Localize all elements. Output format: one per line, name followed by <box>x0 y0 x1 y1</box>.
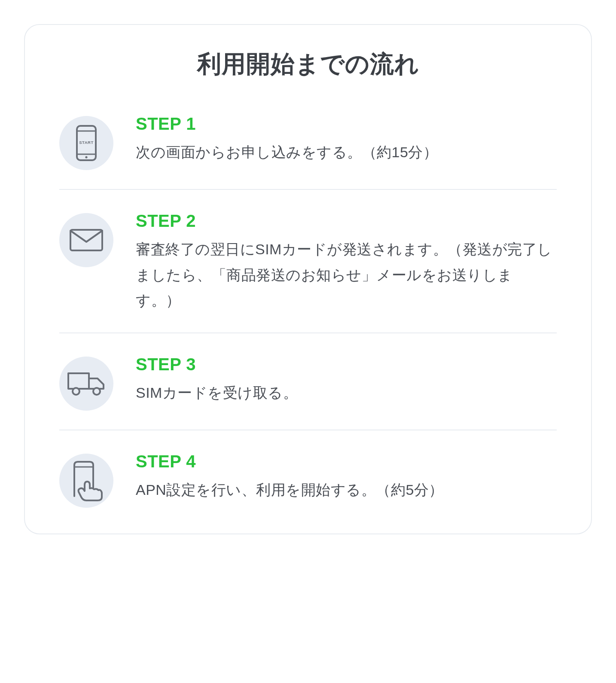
step-row: STEP 4 APN設定を行い、利用を開始する。（約5分） <box>59 430 557 508</box>
step-row: START STEP 1 次の画面からお申し込みをする。（約15分） <box>59 113 557 189</box>
step-desc: SIMカードを受け取る。 <box>136 380 557 406</box>
svg-point-8 <box>93 388 100 395</box>
step-row: STEP 2 審査終了の翌日にSIMカードが発送されます。（発送が完了しましたら… <box>59 189 557 332</box>
step-row: STEP 3 SIMカードを受け取る。 <box>59 332 557 430</box>
svg-text:START: START <box>79 140 93 145</box>
step-heading: STEP 2 <box>136 211 557 231</box>
step-heading: STEP 1 <box>136 114 557 134</box>
svg-point-3 <box>85 156 87 158</box>
step-content: STEP 4 APN設定を行い、利用を開始する。（約5分） <box>136 451 557 503</box>
step-desc: 次の画面からお申し込みをする。（約15分） <box>136 140 557 165</box>
envelope-icon <box>59 213 113 267</box>
step-content: STEP 3 SIMカードを受け取る。 <box>136 354 557 406</box>
step-desc: APN設定を行い、利用を開始する。（約5分） <box>136 477 557 503</box>
step-desc: 審査終了の翌日にSIMカードが発送されます。（発送が完了しましたら、「商品発送の… <box>136 237 557 314</box>
step-content: STEP 2 審査終了の翌日にSIMカードが発送されます。（発送が完了しましたら… <box>136 210 557 314</box>
step-heading: STEP 3 <box>136 355 557 374</box>
phone-touch-icon <box>59 454 113 508</box>
step-content: STEP 1 次の画面からお申し込みをする。（約15分） <box>136 113 557 165</box>
svg-rect-6 <box>68 373 89 389</box>
steps-list: START STEP 1 次の画面からお申し込みをする。（約15分） <box>59 113 557 508</box>
svg-point-7 <box>73 388 79 395</box>
flow-card: 利用開始までの流れ START STEP 1 次の画面からお申し込みをする。（約… <box>24 24 592 534</box>
svg-rect-5 <box>70 230 102 250</box>
phone-start-icon: START <box>59 116 113 170</box>
truck-icon <box>59 357 113 411</box>
page-title: 利用開始までの流れ <box>59 48 557 81</box>
step-heading: STEP 4 <box>136 452 557 471</box>
